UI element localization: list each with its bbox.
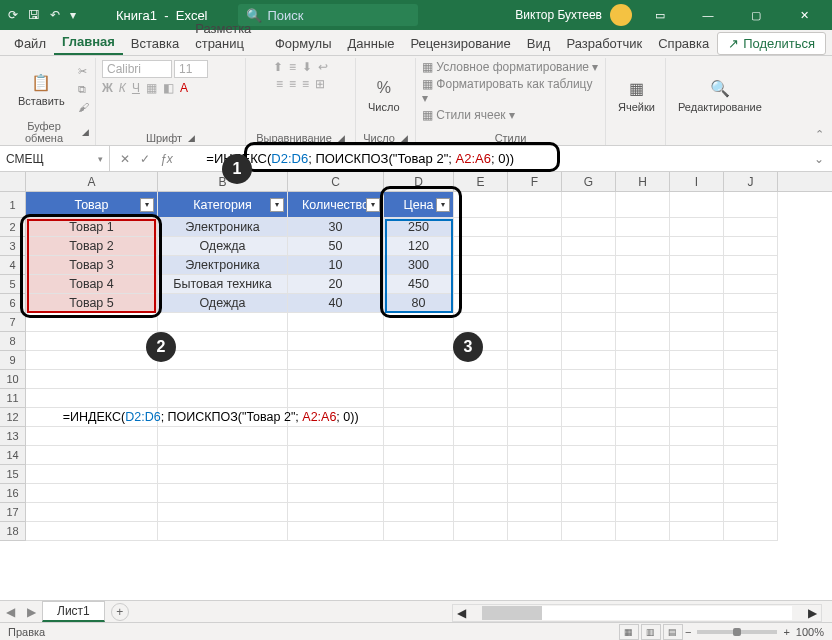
cell[interactable] — [616, 389, 670, 408]
cell[interactable] — [158, 332, 288, 351]
font-name-select[interactable]: Calibri — [102, 60, 172, 78]
underline-button[interactable]: Ч — [132, 81, 140, 95]
format-table-button[interactable]: ▦ Форматировать как таблицу ▾ — [422, 77, 599, 105]
align-left-icon[interactable]: ≡ — [276, 77, 283, 91]
cell[interactable] — [670, 408, 724, 427]
cell[interactable] — [616, 408, 670, 427]
cell[interactable] — [616, 275, 670, 294]
cell[interactable]: Товар 3 — [26, 256, 158, 275]
wrap-icon[interactable]: ↩ — [318, 60, 328, 74]
cell[interactable] — [616, 294, 670, 313]
qat-dropdown[interactable]: ▾ — [70, 8, 76, 22]
col-header[interactable]: E — [454, 172, 508, 191]
cell[interactable] — [616, 256, 670, 275]
cell[interactable]: Товар 5 — [26, 294, 158, 313]
tab-help[interactable]: Справка — [650, 31, 717, 55]
cell[interactable] — [384, 446, 454, 465]
cell[interactable]: 50 — [288, 237, 384, 256]
undo-icon[interactable]: ↶ — [50, 8, 60, 22]
tab-review[interactable]: Рецензирование — [402, 31, 518, 55]
cell[interactable] — [454, 427, 508, 446]
table-header[interactable]: Цена▾ — [384, 192, 454, 218]
cell[interactable] — [454, 256, 508, 275]
row-header[interactable]: 10 — [0, 370, 26, 389]
cell[interactable]: Электроника — [158, 218, 288, 237]
filter-icon[interactable]: ▾ — [436, 198, 450, 212]
cell[interactable]: Товар 1 — [26, 218, 158, 237]
cell[interactable] — [616, 503, 670, 522]
cell[interactable] — [724, 408, 778, 427]
col-header[interactable]: C — [288, 172, 384, 191]
cell[interactable] — [508, 313, 562, 332]
row-header[interactable]: 16 — [0, 484, 26, 503]
cell[interactable]: 10 — [288, 256, 384, 275]
cell[interactable] — [562, 218, 616, 237]
cell[interactable] — [288, 503, 384, 522]
active-cell[interactable]: =ИНДЕКС(D2:D6; ПОИСКПОЗ("Товар 2"; A2:A6… — [26, 408, 158, 427]
col-header[interactable]: J — [724, 172, 778, 191]
cell[interactable] — [724, 503, 778, 522]
table-header[interactable]: Категория▾ — [158, 192, 288, 218]
row-header[interactable]: 12 — [0, 408, 26, 427]
cell[interactable] — [562, 465, 616, 484]
col-header[interactable]: D — [384, 172, 454, 191]
add-sheet-button[interactable]: + — [111, 603, 129, 621]
tab-developer[interactable]: Разработчик — [558, 31, 650, 55]
cell[interactable] — [26, 465, 158, 484]
cell[interactable] — [158, 446, 288, 465]
cell[interactable] — [562, 275, 616, 294]
cell[interactable] — [384, 313, 454, 332]
cell[interactable] — [508, 275, 562, 294]
cell[interactable] — [670, 192, 724, 218]
cell[interactable] — [288, 484, 384, 503]
cell[interactable] — [562, 237, 616, 256]
row-header[interactable]: 4 — [0, 256, 26, 275]
cell[interactable]: 120 — [384, 237, 454, 256]
cell[interactable] — [562, 192, 616, 218]
cell[interactable] — [384, 503, 454, 522]
sheet-tab[interactable]: Лист1 — [42, 601, 105, 622]
cell[interactable] — [158, 465, 288, 484]
cell[interactable] — [670, 522, 724, 541]
share-button[interactable]: ↗ Поделиться — [717, 32, 826, 55]
cell[interactable]: 450 — [384, 275, 454, 294]
cell[interactable] — [724, 351, 778, 370]
cell[interactable] — [508, 294, 562, 313]
cell[interactable] — [26, 332, 158, 351]
cell[interactable] — [616, 351, 670, 370]
cell[interactable] — [288, 446, 384, 465]
cell[interactable] — [724, 484, 778, 503]
cell[interactable] — [670, 275, 724, 294]
cell[interactable] — [508, 370, 562, 389]
cell[interactable] — [508, 332, 562, 351]
cell[interactable] — [562, 484, 616, 503]
cell[interactable] — [670, 427, 724, 446]
cell[interactable] — [562, 256, 616, 275]
cell[interactable]: Электроника — [158, 256, 288, 275]
cell[interactable] — [158, 503, 288, 522]
align-right-icon[interactable]: ≡ — [302, 77, 309, 91]
cell[interactable] — [616, 332, 670, 351]
cell[interactable] — [562, 389, 616, 408]
cell[interactable] — [26, 370, 158, 389]
cell[interactable] — [562, 313, 616, 332]
cell[interactable] — [384, 332, 454, 351]
cell[interactable] — [454, 313, 508, 332]
cell[interactable] — [454, 408, 508, 427]
cell[interactable] — [288, 351, 384, 370]
col-header[interactable]: A — [26, 172, 158, 191]
cell[interactable] — [562, 446, 616, 465]
close-button[interactable]: ✕ — [784, 0, 824, 30]
cell[interactable] — [26, 503, 158, 522]
user-name[interactable]: Виктор Бухтеев — [515, 8, 602, 22]
formula-input[interactable]: =ИНДЕКС(D2:D6; ПОИСКПОЗ("Товар 2"; A2:A6… — [183, 146, 806, 171]
row-header[interactable]: 2 — [0, 218, 26, 237]
cell[interactable] — [158, 351, 288, 370]
tab-insert[interactable]: Вставка — [123, 31, 187, 55]
cell[interactable] — [724, 332, 778, 351]
cell[interactable] — [724, 256, 778, 275]
cell[interactable] — [508, 389, 562, 408]
cell[interactable] — [508, 522, 562, 541]
cell[interactable] — [508, 256, 562, 275]
cell[interactable] — [454, 484, 508, 503]
